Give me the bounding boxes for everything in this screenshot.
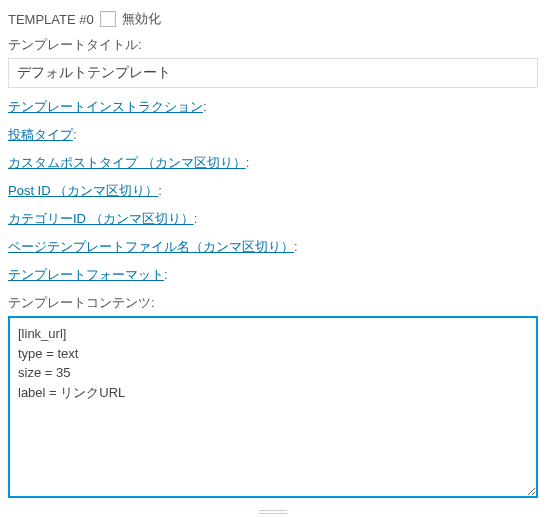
template-title-label: テンプレートタイトル: [8, 36, 538, 54]
colon: : [294, 239, 298, 254]
template-format-link[interactable]: テンプレートフォーマット [8, 267, 164, 282]
colon: : [164, 267, 168, 282]
template-instruction-link[interactable]: テンプレートインストラクション [8, 99, 203, 114]
template-content-label: テンプレートコンテンツ: [8, 294, 538, 312]
post-id-link[interactable]: Post ID （カンマ区切り） [8, 183, 158, 198]
colon: : [246, 155, 250, 170]
template-title-input[interactable] [8, 58, 538, 88]
custom-post-type-link[interactable]: カスタムポストタイプ （カンマ区切り） [8, 155, 246, 170]
post-type-link[interactable]: 投稿タイプ [8, 127, 73, 142]
colon: : [73, 127, 77, 142]
colon: : [203, 99, 207, 114]
drag-lines-icon [259, 510, 287, 514]
page-template-file-link[interactable]: ページテンプレートファイル名（カンマ区切り） [8, 239, 294, 254]
category-id-link[interactable]: カテゴリーID （カンマ区切り） [8, 211, 194, 226]
disable-label: 無効化 [122, 10, 161, 28]
template-header: TEMPLATE #0 無効化 [8, 10, 538, 28]
colon: : [158, 183, 162, 198]
disable-checkbox[interactable] [100, 11, 116, 27]
template-number-label: TEMPLATE #0 [8, 12, 94, 27]
colon: : [194, 211, 198, 226]
drag-handle[interactable] [8, 509, 538, 515]
template-content-textarea[interactable] [8, 316, 538, 498]
